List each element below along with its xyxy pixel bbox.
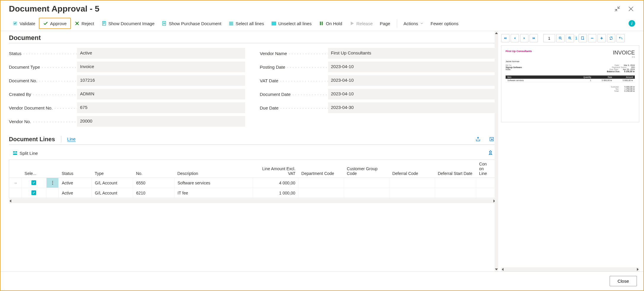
svg-rect-10: [320, 22, 321, 25]
undo-icon[interactable]: [616, 34, 625, 42]
col-select[interactable]: Sele...: [22, 160, 46, 178]
next-page-icon[interactable]: [520, 34, 528, 42]
toolbar-separator: [397, 19, 397, 28]
action-toolbar: Validate Approve Reject Show Document Im…: [1, 16, 643, 31]
status-value: Active: [77, 48, 245, 59]
svg-rect-1: [102, 21, 106, 25]
zoom-out-icon[interactable]: [556, 34, 565, 42]
reject-button[interactable]: Reject: [71, 18, 98, 28]
cell-status: Active: [59, 188, 92, 198]
preview-bal-value: 6 250,00 kr: [624, 70, 635, 73]
check-icon: [43, 21, 48, 26]
pin-icon[interactable]: [486, 149, 495, 157]
info-badge-icon[interactable]: i: [629, 20, 635, 27]
split-line-label: Split Line: [20, 151, 38, 156]
collapse-icon[interactable]: [613, 5, 621, 13]
col-defstart[interactable]: Deferral Start Date: [435, 160, 476, 178]
pv-th-qty: Quantity: [570, 76, 591, 78]
refresh-icon[interactable]: [607, 34, 615, 42]
split-line-button[interactable]: Split Line: [10, 149, 40, 157]
cell-amount: 4 000,00: [253, 178, 298, 188]
svg-rect-9: [272, 25, 276, 25]
fewer-options-button[interactable]: Fewer options: [427, 19, 462, 28]
select-all-label: Select all lines: [236, 21, 264, 26]
cell-deferral: [389, 178, 435, 188]
svg-rect-4: [229, 22, 233, 22]
minus-icon[interactable]: [588, 34, 596, 42]
footer: Close: [1, 271, 643, 290]
svg-rect-15: [13, 154, 17, 155]
close-button[interactable]: Close: [610, 276, 637, 286]
select-all-button[interactable]: Select all lines: [225, 18, 268, 28]
document-preview-pane: 1 First Up Consultants INVOICE # 6: [498, 31, 643, 271]
col-no[interactable]: No.: [133, 160, 174, 178]
document-type-label: Document Type: [9, 65, 77, 70]
unselect-all-button[interactable]: Unselect all lines: [268, 18, 315, 28]
vat-date-value: 2023-04-10: [328, 75, 496, 86]
col-dept[interactable]: Department Code: [298, 160, 344, 178]
vendor-no-label: Vendor No.: [9, 119, 77, 124]
modal-window: Document Approval - 5 Validate Approve R…: [0, 0, 644, 291]
validate-button[interactable]: Validate: [9, 18, 39, 28]
col-description[interactable]: Description: [174, 160, 253, 178]
preview-date-value: Mar 8, 2024: [624, 64, 635, 66]
pv-total-value: 6 250,00 kr: [624, 90, 635, 92]
lines-toolbar: Split Line: [9, 147, 496, 160]
document-section-heading: Document: [9, 34, 496, 43]
vat-date-label: VAT Date: [260, 78, 328, 83]
pv-subtotal-value: 5 000,00 kr: [624, 86, 635, 88]
cell-custgroup: [344, 178, 389, 188]
svg-rect-13: [13, 151, 15, 153]
on-hold-button[interactable]: On Hold: [315, 18, 346, 28]
table-row[interactable]: → Active G/L Account 6550 Software servi…: [9, 178, 496, 188]
preview-billto-2: Noah: [506, 68, 522, 70]
page-button[interactable]: Page: [376, 19, 394, 28]
new-page-icon[interactable]: [579, 34, 587, 42]
page-label: Page: [380, 21, 390, 26]
pv-th-amt: Amount: [612, 76, 633, 78]
row-menu-icon[interactable]: [46, 178, 59, 188]
close-icon[interactable]: [627, 5, 635, 13]
row-checkbox[interactable]: [22, 178, 46, 188]
col-type[interactable]: Type: [92, 160, 133, 178]
show-purchase-button[interactable]: Show Purchase Document: [158, 18, 225, 28]
page-number-input[interactable]: [543, 34, 555, 42]
release-button[interactable]: Release: [346, 18, 376, 28]
share-icon[interactable]: [474, 135, 482, 143]
select-all-icon: [228, 21, 234, 26]
chevron-down-icon: [420, 21, 424, 26]
zoom-in-icon[interactable]: [566, 34, 574, 42]
actions-dropdown[interactable]: Actions: [400, 19, 427, 28]
fewer-options-label: Fewer options: [431, 21, 458, 26]
approve-button[interactable]: Approve: [39, 18, 71, 29]
cell-defstart: [435, 178, 476, 188]
pv-th-item: Item: [507, 76, 570, 78]
last-page-icon[interactable]: [530, 34, 538, 42]
document-date-value: 2023-04-10: [328, 89, 496, 99]
preview-date-label: Date:: [615, 64, 620, 66]
row-indicator-icon[interactable]: →: [9, 178, 22, 188]
plus-icon[interactable]: [597, 34, 606, 42]
preview-horizontal-scrollbar[interactable]: [501, 267, 639, 271]
row-indicator-icon[interactable]: [9, 188, 22, 198]
show-image-button[interactable]: Show Document Image: [98, 18, 158, 28]
line-link[interactable]: Line: [67, 136, 76, 142]
horizontal-scrollbar[interactable]: [9, 199, 496, 203]
cell-dept: [298, 188, 344, 198]
col-custgroup[interactable]: Customer Group Code: [344, 160, 389, 178]
col-amount[interactable]: Line Amount Excl. VAT: [253, 160, 298, 178]
document-lines-heading: Document Lines: [9, 136, 55, 143]
prev-page-icon[interactable]: [511, 34, 519, 42]
preview-terms-value: 16D: [631, 66, 635, 68]
table-row[interactable]: Active G/L Account 6210 IT fee 1 000,00: [9, 188, 496, 198]
col-status[interactable]: Status: [59, 160, 92, 178]
row-checkbox[interactable]: [22, 188, 46, 198]
vertical-scrollbar[interactable]: [495, 31, 498, 271]
col-deferral[interactable]: Deferral Code: [389, 160, 435, 178]
row-menu-icon[interactable]: [46, 188, 59, 198]
cell-custgroup: [344, 188, 389, 198]
col-con[interactable]: Con on Line: [476, 160, 496, 178]
vendor-doc-no-value: 675: [77, 102, 245, 113]
first-page-icon[interactable]: [501, 34, 509, 42]
pv-th-rate: Rate: [591, 76, 612, 78]
